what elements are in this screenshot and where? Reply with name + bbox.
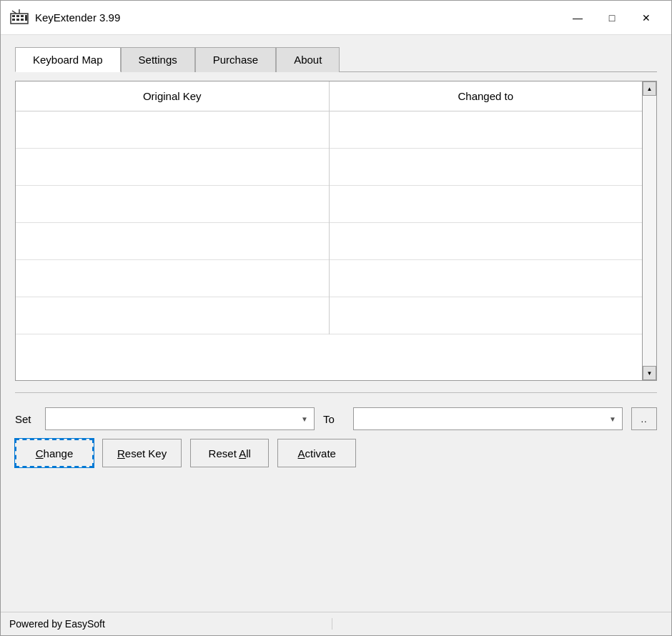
to-label: To [323,413,345,425]
reset-key-button[interactable]: Reset Key [102,439,182,467]
change-button[interactable]: Change [15,439,94,467]
table-row [16,111,642,149]
window-title: KeyExtender 3.99 [35,11,120,24]
status-text-right [332,618,663,630]
set-dropdown[interactable]: ▼ [45,407,315,430]
original-key-cell [16,149,329,186]
table-container: Original Key Changed to [16,81,642,380]
maximize-button[interactable]: □ [596,6,628,29]
main-window: KeyExtender 3.99 — □ ✕ Keyboard Map Sett… [0,0,672,636]
reset-all-button[interactable]: Reset All [190,439,269,467]
to-dropdown-arrow-icon: ▼ [609,415,616,423]
svg-rect-7 [25,15,27,21]
tab-purchase[interactable]: Purchase [195,47,276,72]
set-dropdown-arrow-icon: ▼ [301,415,308,423]
set-label: Set [15,413,36,425]
original-key-cell [16,223,329,260]
table-row [16,223,642,260]
scroll-down-button[interactable]: ▼ [643,366,656,380]
content-area: Keyboard Map Settings Purchase About Ori… [1,35,671,612]
activate-button[interactable]: Activate [277,439,356,467]
original-key-cell [16,297,329,334]
set-to-row: Set ▼ To ▼ .. [15,407,657,430]
mapping-table: Original Key Changed to [16,81,642,334]
changed-to-cell [329,149,642,186]
col-header-changed: Changed to [329,81,642,111]
original-key-cell [16,111,329,149]
changed-to-cell [329,260,642,297]
scroll-track [643,96,656,366]
title-bar-left: KeyExtender 3.99 [9,8,120,28]
svg-rect-1 [12,15,15,17]
divider [15,392,657,393]
col-header-original: Original Key [16,81,329,111]
changed-to-cell [329,297,642,334]
svg-rect-5 [16,19,19,21]
action-buttons: Change Reset Key Reset All Activate [15,439,657,467]
status-bar: Powered by EasySoft [1,612,671,635]
close-button[interactable]: ✕ [630,6,663,29]
svg-rect-3 [21,15,24,17]
app-icon [9,8,29,28]
svg-rect-4 [12,19,15,21]
table-row [16,186,642,223]
title-bar: KeyExtender 3.99 — □ ✕ [1,1,671,35]
tab-keyboard-map[interactable]: Keyboard Map [15,47,121,72]
original-key-cell [16,186,329,223]
table-row [16,297,642,334]
original-key-cell [16,260,329,297]
changed-to-cell [329,111,642,149]
status-text-left: Powered by EasySoft [9,618,332,630]
key-map-table: Original Key Changed to [15,81,657,381]
to-dropdown[interactable]: ▼ [353,407,623,430]
tab-settings[interactable]: Settings [121,47,195,72]
changed-to-cell [329,223,642,260]
svg-rect-2 [16,15,19,17]
ellipsis-button[interactable]: .. [631,407,657,430]
table-row [16,149,642,186]
table-row [16,260,642,297]
title-bar-controls: — □ ✕ [561,6,663,29]
changed-to-cell [329,186,642,223]
svg-rect-6 [21,19,24,21]
tab-about[interactable]: About [276,47,340,72]
minimize-button[interactable]: — [561,6,594,29]
table-scrollbar: ▲ ▼ [642,81,656,380]
scroll-up-button[interactable]: ▲ [643,81,656,96]
tab-bar: Keyboard Map Settings Purchase About [15,46,657,72]
